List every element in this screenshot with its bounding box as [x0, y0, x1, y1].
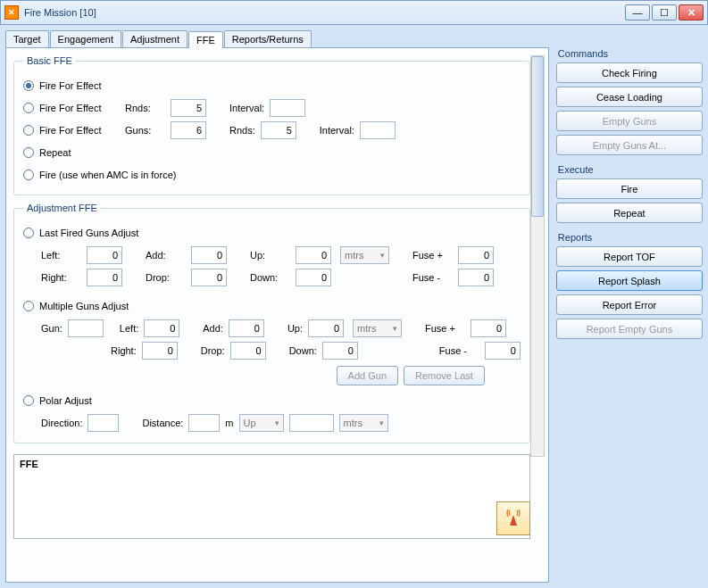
radio-last-fired[interactable]	[23, 228, 34, 238]
m-fusem-label: Fuse -	[439, 345, 479, 356]
tab-reports[interactable]: Reports/Returns	[224, 30, 312, 47]
radio-multiple-label: Multiple Guns Adjust	[39, 301, 129, 311]
basic-ffe-legend: Basic FFE	[23, 55, 76, 66]
empty-guns-at-button[interactable]: Empty Guns At...	[556, 135, 703, 155]
radio-polar[interactable]	[23, 395, 34, 406]
up-label: Up:	[250, 250, 290, 261]
drop-label: Drop:	[146, 272, 186, 283]
rnds3-input[interactable]: 5	[261, 121, 296, 139]
interval-input[interactable]	[270, 99, 305, 117]
radio-ffe-2[interactable]	[23, 103, 34, 113]
gun-input[interactable]	[68, 319, 104, 337]
add-label: Add:	[146, 250, 186, 261]
updown-select[interactable]: Up	[239, 414, 284, 432]
cease-loading-button[interactable]: Cease Loading	[556, 87, 703, 107]
tab-strip: Target Engagement Adjustment FFE Reports…	[5, 30, 549, 47]
distance-input[interactable]	[188, 414, 220, 432]
tab-panel: Basic FFE Fire For Effect Fire For Effec…	[5, 47, 549, 583]
radio-ffe-2-label: Fire For Effect	[39, 103, 120, 113]
rnds-input[interactable]: 5	[171, 99, 206, 117]
m-left-input[interactable]: 0	[144, 319, 179, 337]
down-input[interactable]: 0	[296, 269, 331, 286]
radio-ffe-1[interactable]	[23, 80, 34, 91]
check-firing-button[interactable]: Check Firing	[556, 62, 703, 83]
direction-label: Direction:	[41, 418, 82, 428]
transmit-icon[interactable]	[496, 501, 530, 535]
m-label: m	[225, 418, 233, 428]
tab-target[interactable]: Target	[5, 30, 49, 47]
fusep-input[interactable]: 0	[458, 246, 494, 264]
reports-group: Reports Report TOF Report Splash Report …	[556, 232, 703, 339]
gun-label: Gun:	[41, 323, 62, 334]
m-up-input[interactable]: 0	[308, 319, 344, 337]
output-box: FFE	[13, 454, 530, 539]
commands-group: Commands Check Firing Cease Loading Empt…	[556, 48, 703, 155]
minimize-button[interactable]: —	[625, 4, 650, 21]
remove-last-button[interactable]: Remove Last	[404, 366, 485, 385]
radio-last-fired-label: Last Fired Guns Adjust	[39, 228, 138, 238]
direction-input[interactable]	[87, 414, 119, 432]
distance-label: Distance:	[142, 418, 183, 428]
tab-ffe[interactable]: FFE	[188, 31, 223, 48]
tab-engagement[interactable]: Engagement	[50, 30, 121, 47]
report-empty-guns-button[interactable]: Report Empty Guns	[556, 319, 703, 339]
interval3-input[interactable]	[360, 121, 396, 139]
m-fusep-label: Fuse +	[425, 323, 465, 334]
execute-group: Execute Fire Repeat	[556, 164, 703, 223]
adjustment-ffe-group: Adjustment FFE Last Fired Guns Adjust Le…	[13, 203, 530, 443]
report-tof-button[interactable]: Report TOF	[556, 246, 703, 267]
radio-repeat[interactable]	[23, 147, 34, 158]
reports-label: Reports	[556, 232, 703, 243]
fire-button[interactable]: Fire	[556, 178, 703, 199]
tab-adjustment[interactable]: Adjustment	[122, 30, 187, 47]
add-gun-button[interactable]: Add Gun	[337, 366, 398, 385]
drop-input[interactable]: 0	[191, 269, 227, 286]
report-splash-button[interactable]: Report Splash	[556, 270, 703, 291]
left-input[interactable]: 0	[87, 246, 122, 264]
m-down-input[interactable]: 0	[322, 342, 358, 360]
execute-label: Execute	[556, 164, 703, 175]
polar-value-input[interactable]	[289, 414, 334, 432]
down-label: Down:	[250, 272, 290, 283]
empty-guns-button[interactable]: Empty Guns	[556, 111, 703, 131]
units-select-2[interactable]: mtrs	[353, 319, 402, 337]
m-down-label: Down:	[289, 345, 317, 356]
radio-ffe-3[interactable]	[23, 125, 34, 136]
guns-input[interactable]: 6	[171, 121, 206, 139]
maximize-button[interactable]: ☐	[652, 4, 677, 21]
up-input[interactable]: 0	[296, 246, 331, 264]
repeat-button[interactable]: Repeat	[556, 203, 703, 223]
units-select-1[interactable]: mtrs	[340, 246, 389, 264]
titlebar: Fire Mission [10] — ☐ ✕	[0, 0, 708, 25]
radio-fire-amc-label: Fire (use when AMC is in force)	[39, 170, 176, 180]
radio-polar-label: Polar Adjust	[39, 395, 92, 406]
scrollbar[interactable]	[530, 55, 545, 457]
window-title: Fire Mission [10]	[24, 7, 625, 18]
radio-repeat-label: Repeat	[39, 147, 71, 158]
add-input[interactable]: 0	[191, 246, 227, 264]
app-icon	[4, 5, 19, 20]
m-fusep-input[interactable]: 0	[471, 319, 506, 337]
m-add-input[interactable]: 0	[229, 319, 264, 337]
m-fusem-input[interactable]: 0	[485, 342, 521, 360]
fusem-label: Fuse -	[412, 272, 453, 283]
radio-multiple[interactable]	[23, 301, 34, 311]
fusem-input[interactable]: 0	[458, 269, 494, 286]
rnds-label: Rnds:	[125, 103, 165, 113]
guns-label: Guns:	[125, 125, 165, 136]
right-input[interactable]: 0	[87, 269, 122, 286]
interval-label: Interval:	[229, 103, 264, 113]
m-add-label: Add:	[203, 323, 223, 334]
radio-fire-amc[interactable]	[23, 170, 34, 180]
units-select-3[interactable]: mtrs	[339, 414, 388, 432]
m-right-label: Right:	[111, 345, 137, 356]
scrollbar-thumb[interactable]	[531, 56, 544, 217]
radio-ffe-1-label: Fire For Effect	[39, 80, 101, 91]
report-error-button[interactable]: Report Error	[556, 294, 703, 315]
m-drop-input[interactable]: 0	[230, 342, 266, 360]
close-button[interactable]: ✕	[679, 4, 704, 21]
m-right-input[interactable]: 0	[142, 342, 178, 360]
left-label: Left:	[41, 250, 81, 261]
m-up-label: Up:	[287, 323, 303, 334]
basic-ffe-group: Basic FFE Fire For Effect Fire For Effec…	[13, 55, 530, 195]
